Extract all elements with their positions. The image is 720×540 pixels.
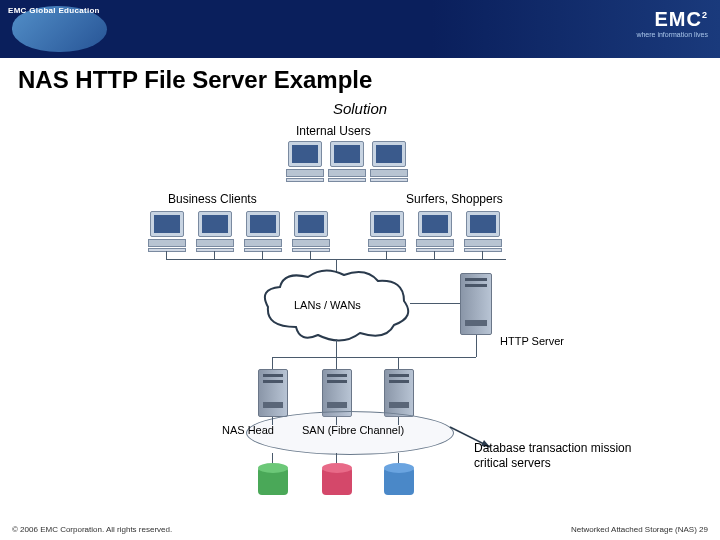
computer-icon: [286, 141, 324, 181]
label-business-clients: Business Clients: [168, 192, 257, 206]
computer-icon: [370, 141, 408, 181]
computer-icon: [464, 211, 502, 251]
logo-right: EMC2 where information lives: [636, 8, 708, 38]
computer-icon: [148, 211, 186, 251]
label-surfers-shoppers: Surfers, Shoppers: [406, 192, 503, 206]
server-icon: [384, 369, 414, 417]
label-nas-head: NAS Head: [222, 424, 274, 436]
server-icon: [460, 273, 492, 335]
label-lans-wans: LANs / WANs: [294, 299, 361, 311]
storage-cylinder-icon: [258, 467, 288, 503]
network-diagram: Internal Users Business Clients Surfers,…: [0, 117, 720, 527]
computer-icon: [416, 211, 454, 251]
footer-copyright: © 2006 EMC Corporation. All rights reser…: [12, 525, 172, 534]
slide-title: NAS HTTP File Server Example: [0, 58, 720, 98]
label-internal-users: Internal Users: [296, 124, 371, 138]
computer-icon: [328, 141, 366, 181]
brand-sup: 2: [702, 10, 708, 20]
logo-left: EMC Global Education: [8, 6, 100, 15]
computer-icon: [244, 211, 282, 251]
label-san: SAN (Fibre Channel): [298, 424, 408, 436]
slide-header: EMC Global Education EMC2 where informat…: [0, 0, 720, 58]
brand-text: EMC: [655, 8, 702, 30]
brand-tagline: where information lives: [636, 31, 708, 38]
computer-icon: [368, 211, 406, 251]
storage-cylinder-icon: [384, 467, 414, 503]
server-icon: [258, 369, 288, 417]
label-http-server: HTTP Server: [500, 335, 564, 348]
footer-page: Networked Attached Storage (NAS) 29: [571, 525, 708, 534]
computer-icon: [292, 211, 330, 251]
computer-icon: [196, 211, 234, 251]
storage-cylinder-icon: [322, 467, 352, 503]
server-icon: [322, 369, 352, 417]
slide-subtitle: Solution: [0, 100, 720, 117]
label-db-caption: Database transaction mission critical se…: [474, 441, 654, 471]
